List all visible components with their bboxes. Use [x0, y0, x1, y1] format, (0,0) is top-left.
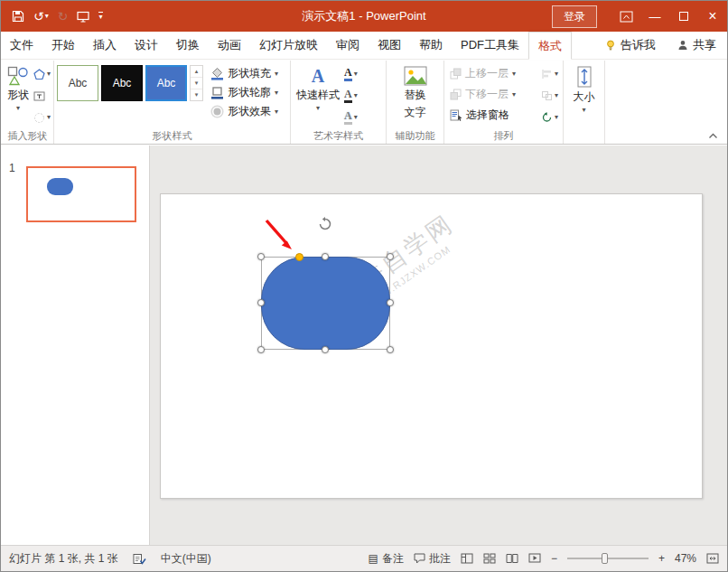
editing-canvas[interactable]: 软件自学网 WWW.RJZXW.COM: [150, 145, 727, 545]
tab-home[interactable]: 开始: [42, 32, 84, 59]
zoom-out-button[interactable]: −: [551, 552, 557, 565]
slideshow-view-button[interactable]: [528, 553, 541, 564]
ribbon-display-options-button[interactable]: [611, 1, 640, 32]
shapes-label: 形状: [7, 88, 29, 103]
selection-pane-button[interactable]: 选择窗格: [447, 105, 539, 126]
resize-handle-top-center[interactable]: [322, 253, 329, 260]
tab-design[interactable]: 设计: [126, 32, 167, 59]
quick-styles-caret-icon: ▾: [316, 105, 320, 112]
group-objects-button[interactable]: ▾: [539, 85, 560, 107]
notes-button[interactable]: ▤ 备注: [369, 551, 404, 567]
tell-me-button[interactable]: 告诉我: [594, 32, 667, 59]
notes-label: 备注: [382, 551, 404, 567]
comments-icon: [414, 553, 425, 564]
shapes-icon: [7, 66, 29, 86]
shape-style-option-2[interactable]: Abc: [101, 65, 143, 101]
text-effects-button[interactable]: A ▾: [342, 107, 359, 128]
spell-check-button[interactable]: [133, 553, 146, 565]
fit-to-window-button[interactable]: [706, 553, 719, 564]
save-button[interactable]: [12, 10, 24, 23]
resize-handle-middle-right[interactable]: [387, 299, 394, 306]
shape-style-option-1[interactable]: Abc: [57, 65, 98, 101]
text-box-button[interactable]: [32, 85, 52, 107]
zoom-percent[interactable]: 47%: [675, 552, 696, 565]
zoom-slider-handle[interactable]: [602, 553, 608, 564]
shape-fill-caret-icon: ▾: [275, 70, 278, 78]
rotate-objects-button[interactable]: ▾: [539, 107, 560, 128]
alt-text-button[interactable]: 替换 文字: [401, 63, 430, 120]
comments-button[interactable]: 批注: [414, 551, 451, 567]
resize-handle-bottom-left[interactable]: [257, 346, 265, 353]
tab-animations[interactable]: 动画: [209, 32, 250, 59]
zoom-in-button[interactable]: +: [658, 552, 665, 565]
tab-slideshow[interactable]: 幻灯片放映: [250, 32, 327, 59]
align-button[interactable]: ▾: [539, 63, 560, 85]
normal-view-button[interactable]: [461, 553, 473, 564]
language-indicator[interactable]: 中文(中国): [161, 551, 211, 567]
redo-icon: ↻: [58, 10, 69, 23]
slide[interactable]: 软件自学网 WWW.RJZXW.COM: [160, 193, 703, 499]
text-fill-caret-icon: ▾: [354, 70, 358, 78]
slide-indicator[interactable]: 幻灯片 第 1 张, 共 1 张: [9, 551, 118, 567]
size-button[interactable]: 大小 ▾: [571, 63, 598, 114]
send-backward-caret-icon: ▾: [512, 91, 516, 98]
zoom-slider[interactable]: [567, 558, 649, 559]
tab-view[interactable]: 视图: [369, 32, 410, 59]
undo-button[interactable]: ↺ ▾: [33, 10, 49, 23]
slide-sorter-icon: [483, 553, 496, 564]
rounded-rectangle-shape[interactable]: [261, 257, 390, 350]
bring-forward-button[interactable]: 上移一层 ▾: [447, 63, 539, 84]
titlebar-controls: 登录 — ×: [552, 1, 727, 32]
rotation-handle[interactable]: [318, 217, 332, 231]
reading-view-button[interactable]: [506, 553, 518, 564]
gallery-scroll-down-button[interactable]: ▾: [191, 78, 202, 89]
slide-sorter-view-button[interactable]: [483, 553, 496, 564]
slideshow-monitor-icon: [77, 11, 89, 23]
merge-shapes-button[interactable]: ▾: [32, 107, 52, 128]
shape-outline-button[interactable]: 形状轮廓 ▾: [208, 83, 281, 102]
maximize-button[interactable]: [669, 1, 698, 32]
text-outline-button[interactable]: A ▾: [342, 85, 359, 107]
tab-format[interactable]: 格式: [528, 32, 572, 60]
selection-pane-icon: [450, 109, 462, 121]
shape-effects-icon: [210, 105, 224, 118]
shape-outline-label: 形状轮廓: [228, 85, 271, 100]
resize-handle-bottom-right[interactable]: [387, 346, 394, 353]
resize-handle-bottom-center[interactable]: [322, 346, 329, 353]
tab-insert[interactable]: 插入: [84, 32, 126, 59]
person-icon: [677, 40, 688, 51]
resize-handle-middle-left[interactable]: [257, 299, 265, 306]
minimize-button[interactable]: —: [640, 1, 669, 32]
login-button[interactable]: 登录: [552, 5, 597, 28]
shapes-button[interactable]: 形状 ▾: [5, 63, 32, 112]
redo-button[interactable]: ↻: [58, 10, 69, 23]
resize-handle-top-right[interactable]: [387, 253, 394, 260]
collapse-ribbon-button[interactable]: [708, 133, 718, 139]
shape-effects-button[interactable]: 形状效果 ▾: [208, 102, 281, 121]
bring-forward-label: 上移一层: [465, 66, 509, 81]
tab-transitions[interactable]: 切换: [167, 32, 209, 59]
text-fill-button[interactable]: A ▾: [342, 63, 359, 85]
send-backward-button[interactable]: 下移一层 ▾: [447, 84, 539, 105]
quick-styles-button[interactable]: A 快速样式 ▾: [294, 63, 342, 112]
group-label-shape-styles: 形状样式: [57, 128, 287, 144]
start-from-beginning-button[interactable]: [77, 11, 89, 23]
tab-pdf-tools[interactable]: PDF工具集: [452, 32, 528, 59]
tab-help[interactable]: 帮助: [410, 32, 452, 59]
close-button[interactable]: ×: [698, 1, 727, 32]
slide-thumbnail-selected[interactable]: [26, 166, 136, 222]
shape-style-option-3-selected[interactable]: Abc: [145, 65, 187, 101]
lightbulb-icon: [605, 40, 616, 52]
undo-caret-icon: ▾: [45, 13, 49, 20]
tab-file[interactable]: 文件: [1, 32, 42, 59]
share-button[interactable]: 共享: [667, 32, 727, 59]
customize-qat-button[interactable]: ▾: [98, 12, 102, 21]
ribbon-tab-row: 文件 开始 插入 设计 切换 动画 幻灯片放映 审阅 视图 帮助 PDF工具集 …: [1, 32, 727, 60]
shape-fill-button[interactable]: 形状填充 ▾: [208, 64, 281, 83]
edit-shape-button[interactable]: ▾: [32, 63, 52, 85]
style-sample-label: Abc: [69, 77, 88, 89]
gallery-more-button[interactable]: ▾: [191, 89, 202, 100]
gallery-scroll-up-button[interactable]: ▴: [191, 66, 202, 78]
tab-review[interactable]: 审阅: [327, 32, 369, 59]
slideshow-view-icon: [528, 553, 541, 564]
